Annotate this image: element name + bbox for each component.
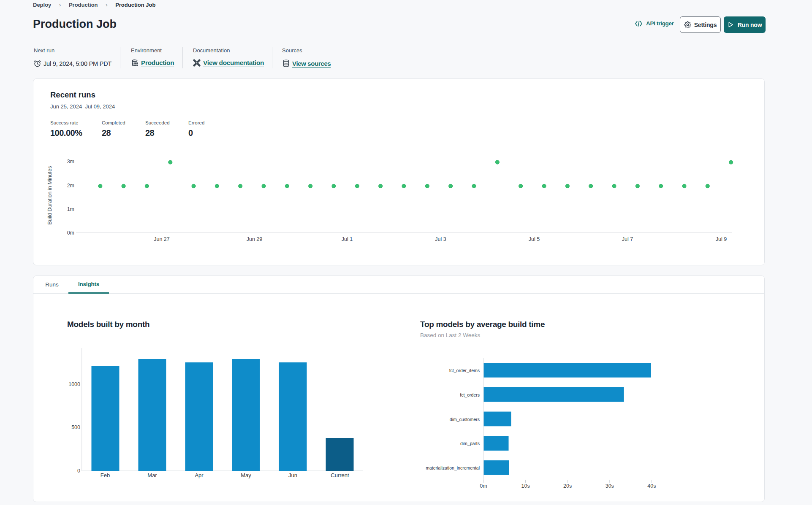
svg-text:Jun 27: Jun 27	[154, 236, 170, 242]
svg-text:0: 0	[77, 468, 80, 474]
svg-text:fct_orders: fct_orders	[460, 392, 480, 397]
svg-text:Jul 1: Jul 1	[342, 236, 353, 242]
svg-text:10s: 10s	[521, 483, 530, 489]
svg-text:Jul 7: Jul 7	[622, 236, 633, 242]
svg-text:materialization_incremental: materialization_incremental	[426, 465, 480, 470]
svg-text:dim_parts: dim_parts	[460, 441, 480, 446]
svg-text:20s: 20s	[563, 483, 572, 489]
svg-text:Current: Current	[331, 472, 349, 478]
svg-text:Apr: Apr	[195, 472, 204, 478]
svg-text:Jun 29: Jun 29	[247, 236, 263, 242]
svg-text:Jul 3: Jul 3	[435, 236, 446, 242]
svg-text:40s: 40s	[647, 483, 656, 489]
svg-text:dim_customers: dim_customers	[450, 417, 480, 422]
svg-text:Feb: Feb	[100, 472, 110, 478]
svg-text:0m: 0m	[480, 483, 487, 489]
svg-text:fct_order_items: fct_order_items	[449, 368, 480, 373]
svg-text:2m: 2m	[67, 183, 74, 189]
svg-text:500: 500	[71, 424, 80, 430]
svg-text:1000: 1000	[68, 381, 80, 387]
svg-text:30s: 30s	[606, 483, 614, 489]
svg-text:Build Duration in Minutes: Build Duration in Minutes	[47, 166, 53, 225]
svg-text:1m: 1m	[67, 206, 74, 212]
svg-text:Mar: Mar	[147, 472, 157, 478]
svg-text:Jun: Jun	[288, 472, 297, 478]
svg-text:May: May	[241, 472, 251, 478]
svg-text:0m: 0m	[67, 230, 74, 236]
svg-text:Jul 9: Jul 9	[716, 236, 727, 242]
svg-text:Jul 5: Jul 5	[529, 236, 540, 242]
svg-text:3m: 3m	[67, 159, 74, 165]
